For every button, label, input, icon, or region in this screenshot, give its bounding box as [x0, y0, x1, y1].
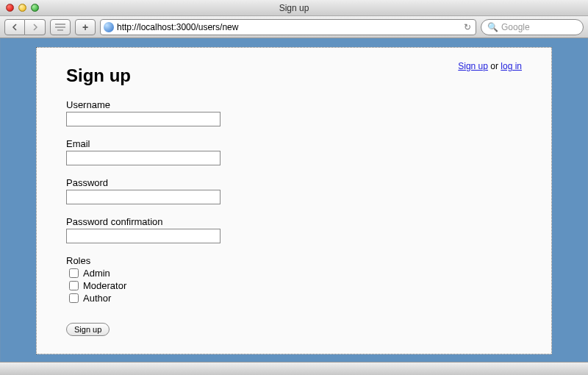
page-heading: Sign up: [66, 65, 522, 86]
signup-link[interactable]: Sign up: [458, 61, 488, 71]
address-bar[interactable]: http://localhost:3000/users/new ↻: [100, 19, 476, 35]
role-author-checkbox[interactable]: [69, 293, 79, 303]
login-link[interactable]: log in: [501, 61, 522, 71]
email-input[interactable]: [66, 151, 220, 165]
chevron-left-icon: [11, 24, 18, 31]
search-field[interactable]: 🔍 Google: [481, 19, 584, 35]
auth-links: Sign up or log in: [458, 61, 522, 71]
back-button[interactable]: [4, 19, 25, 35]
role-admin-checkbox[interactable]: [69, 268, 79, 278]
url-text: http://localhost:3000/users/new: [117, 22, 459, 32]
username-label: Username: [66, 99, 522, 110]
reader-icon: [52, 24, 68, 31]
forward-button[interactable]: [25, 19, 46, 35]
favicon-globe-icon: [104, 22, 114, 32]
signup-page: Sign up or log in Sign up Username Email…: [36, 47, 552, 354]
window-title: Sign up: [0, 3, 588, 13]
add-bookmark-button[interactable]: +: [75, 19, 96, 35]
email-field: Email: [66, 138, 522, 165]
role-label: Moderator: [83, 280, 126, 291]
password-label: Password: [66, 177, 522, 188]
username-input[interactable]: [66, 112, 220, 126]
browser-viewport: Sign up or log in Sign up Username Email…: [0, 38, 588, 362]
magnifier-icon: 🔍: [487, 22, 498, 32]
zoom-window-icon[interactable]: [31, 4, 39, 12]
close-window-icon[interactable]: [6, 4, 14, 12]
password-field: Password: [66, 177, 522, 204]
role-moderator-checkbox[interactable]: [69, 281, 79, 290]
window-controls: [6, 4, 39, 12]
password-input[interactable]: [66, 190, 220, 204]
browser-toolbar: + http://localhost:3000/users/new ↻ 🔍 Go…: [0, 16, 588, 38]
browser-statusbar: [0, 362, 588, 375]
password-confirmation-label: Password confirmation: [66, 216, 522, 227]
or-text: or: [488, 61, 501, 71]
signup-submit-button[interactable]: Sign up: [66, 323, 110, 336]
window-titlebar: Sign up: [0, 0, 588, 16]
minimize-window-icon[interactable]: [18, 4, 26, 12]
chevron-right-icon: [32, 24, 39, 31]
username-field: Username: [66, 99, 522, 126]
roles-label: Roles: [66, 255, 522, 266]
search-placeholder: Google: [501, 22, 530, 32]
role-row: Admin: [69, 268, 522, 279]
role-label: Author: [83, 293, 111, 304]
roles-field: Roles Admin Moderator Author: [66, 255, 522, 304]
role-row: Moderator: [69, 280, 522, 291]
role-label: Admin: [83, 268, 110, 279]
email-label: Email: [66, 138, 522, 149]
reader-button[interactable]: [50, 19, 71, 35]
password-confirmation-input[interactable]: [66, 229, 220, 243]
role-row: Author: [69, 293, 522, 304]
password-confirmation-field: Password confirmation: [66, 216, 522, 243]
reload-icon[interactable]: ↻: [462, 22, 473, 32]
